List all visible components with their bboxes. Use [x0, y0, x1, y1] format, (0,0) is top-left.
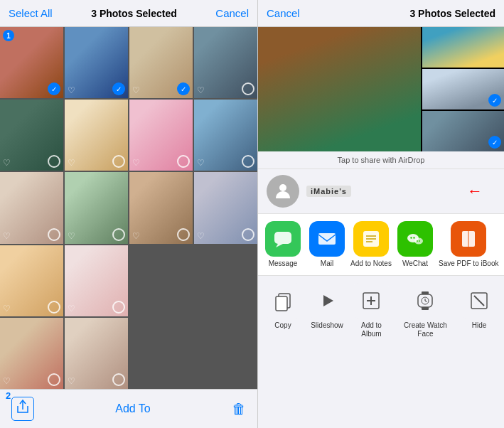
delete-button[interactable]: 🗑 [232, 401, 246, 417]
check-empty-18 [112, 373, 125, 386]
message-label: Message [269, 260, 298, 268]
photo-cell-10[interactable]: ♡ [65, 172, 128, 243]
check-empty-9 [48, 228, 60, 241]
heart-icon-5: ♡ [3, 158, 11, 168]
share-action-ibook[interactable]: Save PDF to iBook [439, 221, 498, 268]
check-empty-5 [48, 155, 60, 168]
svg-point-13 [417, 240, 418, 242]
file-action-hide[interactable]: Hide [459, 283, 500, 338]
watch-face-icon [407, 283, 443, 319]
select-all-button[interactable]: Select All [9, 7, 53, 19]
photo-cell-19 [129, 318, 193, 389]
selected-photos-preview: ✓ ✓ [258, 27, 504, 151]
slideshow-icon [309, 283, 345, 319]
file-action-copy[interactable]: Copy [262, 283, 304, 338]
left-bottom-toolbar: 2 Add To 🗑 [0, 389, 257, 428]
photo-cell-8[interactable]: ♡ [194, 100, 257, 171]
heart-icon-11: ♡ [132, 231, 140, 241]
heart-icon-6: ♡ [68, 158, 75, 168]
check-empty-6 [112, 155, 125, 168]
right-title: 3 Photos Selected [409, 8, 495, 19]
contact-name: iMabie's [306, 186, 351, 197]
svg-marker-19 [323, 295, 333, 306]
photo-cell-6[interactable]: ♡ [65, 100, 128, 171]
heart-icon-4: ♡ [197, 85, 205, 95]
check-icon-1: ✓ [48, 82, 60, 95]
heart-icon-17: ♡ [3, 376, 11, 386]
left-toolbar: Select All 3 Photos Selected Cancel [0, 0, 257, 27]
watch-face-label: Create Watch Face [395, 321, 456, 338]
svg-line-28 [425, 301, 427, 302]
right-toolbar: Cancel 3 Photos Selected [258, 0, 504, 27]
photo-cell-7[interactable]: ♡ [129, 100, 193, 171]
slideshow-label: Slideshow [311, 321, 343, 330]
photo-cell-3[interactable]: ♡ ✓ [129, 27, 193, 98]
check-empty-10 [112, 228, 125, 241]
check-empty-11 [177, 228, 190, 241]
contact-avatar [267, 175, 299, 208]
share-action-wechat[interactable]: WeChat [395, 221, 436, 268]
share-button[interactable] [11, 397, 34, 421]
hide-label: Hide [472, 321, 487, 330]
file-action-slideshow[interactable]: Slideshow [306, 283, 348, 338]
photo-cell-4[interactable]: ♡ [194, 27, 257, 98]
add-to-button[interactable]: Add To [115, 402, 151, 415]
photo-cell-15 [129, 245, 193, 316]
contact-row: iMabie's ← [258, 169, 504, 214]
photo-cell-14[interactable]: ♡ [65, 245, 128, 316]
add-album-label: Add to Album [350, 321, 392, 338]
photo-cell-2[interactable]: ♡ ✓ [65, 27, 128, 98]
selection-badge-1: 1 [3, 30, 14, 41]
photo-cell-1[interactable]: 1 ✓ [0, 27, 63, 98]
add-album-icon [353, 283, 389, 319]
svg-rect-2 [274, 232, 291, 244]
preview-secondary-photos: ✓ ✓ [422, 27, 504, 151]
photo-cell-11[interactable]: ♡ [129, 172, 193, 243]
ibook-icon [451, 221, 486, 257]
photo-cell-18[interactable]: ♡ [65, 318, 128, 389]
photo-cell-9[interactable]: ♡ [0, 172, 63, 243]
left-cancel-button[interactable]: Cancel [215, 7, 249, 19]
svg-point-12 [414, 238, 423, 245]
check-icon-3: ✓ [177, 82, 190, 95]
svg-point-11 [413, 237, 414, 238]
wechat-label: WeChat [402, 260, 428, 268]
red-arrow-indicator: ← [467, 182, 483, 200]
share-action-notes[interactable]: Add to Notes [350, 221, 392, 268]
photo-cell-12[interactable]: ♡ [194, 172, 257, 243]
heart-icon-14: ♡ [68, 304, 75, 314]
check-empty-4 [242, 82, 254, 95]
heart-icon-2: ♡ [68, 85, 75, 95]
file-action-watch-face[interactable]: Create Watch Face [395, 283, 456, 338]
copy-icon [265, 283, 301, 319]
file-action-add-album[interactable]: Add to Album [350, 283, 392, 338]
svg-rect-18 [276, 296, 287, 311]
photo-cell-13[interactable]: ♡ [0, 245, 63, 316]
left-panel: Select All 3 Photos Selected Cancel 1 ✓ … [0, 0, 258, 428]
message-icon [265, 221, 301, 257]
preview-main-photo[interactable] [258, 27, 421, 151]
hide-icon [461, 283, 497, 319]
photo-cell-5[interactable]: ♡ [0, 100, 63, 171]
check-empty-14 [112, 301, 125, 314]
heart-icon-7: ♡ [132, 158, 140, 168]
preview-small-2[interactable]: ✓ [422, 69, 504, 109]
heart-icon-13: ♡ [3, 304, 11, 314]
heart-icon-3: ♡ [132, 85, 140, 95]
photo-grid: 1 ✓ ♡ ✓ ♡ ✓ ♡ ♡ ♡ ♡ ♡ [0, 27, 257, 389]
preview-small-3[interactable]: ✓ [422, 111, 504, 151]
share-action-message[interactable]: Message [262, 221, 304, 268]
wechat-icon [397, 221, 433, 257]
airdrop-hint: Tap to share with AirDrop [258, 151, 504, 169]
photo-cell-16 [194, 245, 257, 316]
svg-point-10 [410, 237, 412, 238]
share-actions-row: Message Mail Add to Notes [258, 214, 504, 276]
share-action-mail[interactable]: Mail [306, 221, 348, 268]
preview-small-1[interactable] [422, 27, 504, 68]
mail-icon [309, 221, 345, 257]
svg-line-30 [474, 296, 484, 306]
check-icon-2: ✓ [112, 82, 125, 95]
photo-cell-17[interactable]: ♡ [0, 318, 63, 389]
svg-rect-4 [318, 233, 336, 245]
right-cancel-button[interactable]: Cancel [267, 7, 300, 19]
